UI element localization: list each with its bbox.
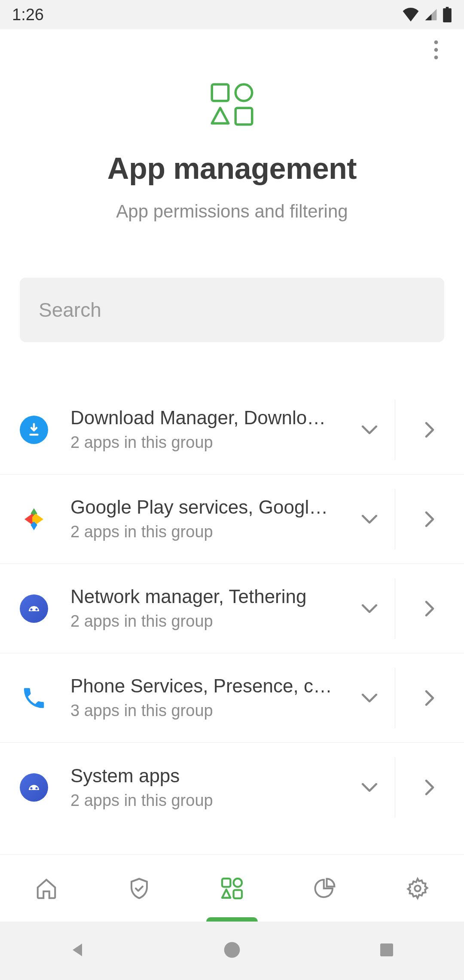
app-group-title: Phone Services, Presence, c… [70, 674, 339, 698]
svg-point-9 [30, 787, 32, 789]
wifi-icon [402, 8, 419, 21]
app-group-text: Network manager, Tethering 2 apps in thi… [70, 585, 344, 632]
square-recents-icon [378, 941, 395, 959]
expand-button[interactable] [344, 668, 395, 728]
app-group-title: Network manager, Tethering [70, 585, 339, 608]
app-group-count: 2 apps in this group [70, 611, 339, 632]
more-vert-icon [434, 40, 438, 59]
tab-settings[interactable] [371, 855, 464, 922]
page-header: App management App permissions and filte… [0, 72, 464, 278]
nav-back-button[interactable] [34, 940, 120, 961]
android-icon [20, 773, 48, 802]
home-icon [35, 877, 58, 900]
app-group-count: 2 apps in this group [70, 432, 339, 453]
chevron-down-icon [361, 514, 378, 524]
svg-point-7 [30, 608, 32, 610]
expand-button[interactable] [344, 489, 395, 549]
detail-button[interactable] [395, 668, 464, 728]
search-container [0, 278, 464, 342]
search-input[interactable] [39, 298, 425, 322]
chevron-right-icon [425, 600, 434, 617]
app-group-row[interactable]: Download Manager, Downlo… 2 apps in this… [0, 385, 464, 475]
app-group-count: 2 apps in this group [70, 790, 339, 811]
svg-point-10 [35, 787, 37, 789]
svg-point-15 [224, 942, 240, 958]
bottom-tabs [0, 854, 464, 922]
expand-button[interactable] [344, 757, 395, 818]
svg-rect-6 [30, 434, 39, 436]
system-nav-bar [0, 922, 464, 980]
circle-home-icon [223, 940, 241, 959]
app-group-count: 3 apps in this group [70, 700, 339, 721]
main-content: App management App permissions and filte… [0, 29, 464, 854]
svg-rect-13 [234, 890, 242, 898]
svg-point-12 [234, 879, 242, 887]
tab-home[interactable] [0, 855, 93, 922]
app-group-text: Phone Services, Presence, c… 3 apps in t… [70, 674, 344, 721]
expand-button[interactable] [344, 400, 395, 460]
chevron-right-icon [425, 511, 434, 527]
tab-apps[interactable] [186, 855, 278, 922]
app-group-text: Download Manager, Downlo… 2 apps in this… [70, 406, 344, 453]
svg-point-0 [434, 40, 438, 44]
app-group-row[interactable]: Network manager, Tethering 2 apps in thi… [0, 564, 464, 653]
tab-stats[interactable] [278, 855, 371, 922]
download-icon [20, 416, 48, 444]
svg-point-2 [434, 55, 438, 59]
row-actions [344, 579, 464, 639]
row-actions [344, 668, 464, 728]
app-group-title: System apps [70, 764, 339, 787]
page-title: App management [107, 151, 357, 186]
pie-chart-icon [313, 877, 336, 900]
chevron-right-icon [425, 422, 434, 438]
tab-protection[interactable] [93, 855, 186, 922]
app-management-icon [208, 81, 256, 130]
expand-button[interactable] [344, 579, 395, 639]
gear-icon [406, 877, 429, 900]
status-time: 1:26 [12, 6, 44, 24]
app-group-list: Download Manager, Downlo… 2 apps in this… [0, 385, 464, 832]
detail-button[interactable] [395, 757, 464, 818]
apps-icon [220, 876, 244, 901]
status-bar: 1:26 [0, 0, 464, 29]
top-bar [0, 29, 464, 72]
page-subtitle: App permissions and filtering [116, 201, 348, 222]
app-group-title: Google Play services, Googl… [70, 495, 339, 519]
detail-button[interactable] [395, 400, 464, 460]
detail-button[interactable] [395, 579, 464, 639]
row-actions [344, 400, 464, 460]
svg-rect-11 [222, 879, 230, 887]
nav-recents-button[interactable] [344, 941, 430, 960]
detail-button[interactable] [395, 489, 464, 549]
svg-point-8 [35, 608, 37, 610]
battery-icon [443, 7, 452, 22]
app-group-title: Download Manager, Downlo… [70, 406, 339, 429]
nav-home-button[interactable] [189, 940, 275, 961]
app-group-row[interactable]: System apps 2 apps in this group [0, 743, 464, 832]
cell-icon [424, 8, 438, 21]
row-actions [344, 757, 464, 818]
phone-icon [20, 684, 48, 712]
chevron-down-icon [361, 425, 378, 435]
chevron-down-icon [361, 604, 378, 613]
shield-icon [128, 877, 151, 900]
status-icons [402, 7, 452, 22]
svg-rect-3 [212, 84, 229, 101]
android-icon [20, 594, 48, 623]
overflow-menu-button[interactable] [427, 34, 445, 68]
chevron-down-icon [361, 783, 378, 792]
svg-rect-5 [235, 108, 252, 125]
app-group-count: 2 apps in this group [70, 521, 339, 542]
app-group-text: Google Play services, Googl… 2 apps in t… [70, 495, 344, 542]
search-field[interactable] [20, 278, 444, 342]
svg-point-1 [434, 48, 438, 52]
svg-rect-16 [380, 943, 393, 956]
chevron-right-icon [425, 779, 434, 796]
app-group-row[interactable]: Google Play services, Googl… 2 apps in t… [0, 475, 464, 564]
chevron-down-icon [361, 693, 378, 703]
app-group-row[interactable]: Phone Services, Presence, c… 3 apps in t… [0, 653, 464, 743]
triangle-back-icon [68, 940, 87, 959]
row-actions [344, 489, 464, 549]
app-group-text: System apps 2 apps in this group [70, 764, 344, 811]
svg-point-4 [235, 84, 252, 101]
